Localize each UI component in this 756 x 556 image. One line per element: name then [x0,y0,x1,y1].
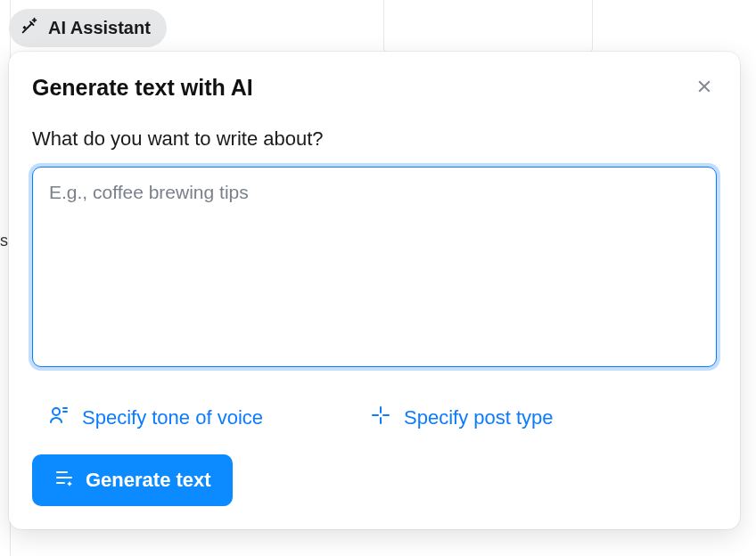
specify-post-type-button[interactable]: Specify post type [370,405,554,431]
prompt-label: What do you want to write about? [32,127,717,151]
button-label: Generate text [86,469,211,492]
close-icon [695,76,713,101]
option-label: Specify post type [404,406,554,429]
chip-label: AI Assistant [48,18,151,38]
ai-assistant-chip[interactable]: AI Assistant [9,9,167,47]
close-button[interactable] [692,76,717,101]
generate-icon [53,467,75,494]
svg-point-2 [53,408,60,415]
dialog-title: Generate text with AI [32,75,253,101]
generate-text-button[interactable]: Generate text [32,454,233,506]
post-type-icon [370,405,391,431]
generate-text-dialog: Generate text with AI What do you want t… [9,52,740,529]
option-label: Specify tone of voice [82,406,263,429]
tone-icon [48,405,70,431]
specify-tone-button[interactable]: Specify tone of voice [48,405,263,431]
magic-wand-icon [20,16,39,40]
prompt-textarea[interactable] [32,167,717,367]
